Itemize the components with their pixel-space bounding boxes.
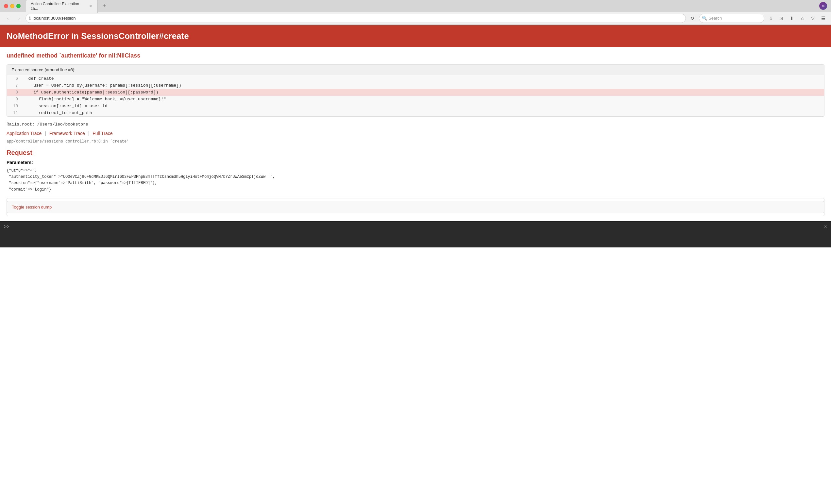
browser-tab[interactable]: Action Controller: Exception ca... ✕	[26, 0, 98, 13]
toggle-session-button[interactable]: Toggle session dump	[7, 201, 824, 213]
close-window-button[interactable]	[4, 4, 8, 8]
source-code: 6 def create7 user = User.find_by(userna…	[7, 75, 824, 116]
address-bar[interactable]: ℹ localhost:3000/session	[26, 14, 686, 23]
search-bar[interactable]: 🔍 Search	[699, 14, 764, 23]
terminal: >> ×	[0, 221, 831, 247]
download-icon[interactable]: ⬇	[787, 14, 796, 23]
code-line: 9 flash[:notice] = "Welcome back, #{user…	[7, 96, 824, 102]
line-number: 10	[7, 103, 23, 109]
line-code: def create	[23, 76, 54, 81]
framework-trace-link[interactable]: Framework Trace	[49, 131, 85, 136]
line-number: 6	[7, 76, 23, 81]
source-code-box: Extracted source (around line #8): 6 def…	[6, 64, 825, 117]
forward-button[interactable]: ›	[15, 14, 24, 23]
line-number: 8	[7, 90, 23, 95]
error-header: NoMethodError in SessionsController#crea…	[0, 25, 831, 47]
line-number: 11	[7, 111, 23, 115]
rails-root: Rails.root: /Users/leo/bookstore	[6, 122, 825, 127]
code-line: 7 user = User.find_by(username: params[:…	[7, 82, 824, 89]
line-number: 9	[7, 97, 23, 102]
new-tab-button[interactable]: +	[101, 3, 109, 9]
tab-close-button[interactable]: ✕	[88, 4, 93, 8]
reading-list-icon[interactable]: ⊡	[777, 14, 786, 23]
line-code: session[:user_id] = user.id	[23, 103, 107, 109]
params-content: {"utf8"=>"✓", "authenticity_token"=>"UO0…	[6, 168, 825, 193]
title-bar: Action Controller: Exception ca... ✕ + ∞	[0, 0, 831, 12]
browser-chrome: Action Controller: Exception ca... ✕ + ∞…	[0, 0, 831, 25]
params-label: Parameters:	[6, 160, 825, 165]
error-title: NoMethodError in SessionsController#crea…	[6, 31, 825, 41]
traffic-lights	[4, 4, 21, 8]
application-trace-link[interactable]: Application Trace	[6, 131, 41, 136]
search-placeholder: Search	[709, 16, 722, 21]
code-line: 6 def create	[7, 75, 824, 82]
error-body: undefined method `authenticate' for nil:…	[0, 47, 831, 221]
line-code: redirect_to root_path	[23, 111, 92, 115]
reload-button[interactable]: ↻	[688, 14, 697, 23]
source-header: Extracted source (around line #8):	[7, 65, 824, 75]
line-code: if user.authenticate(params[:session][:p…	[23, 90, 158, 95]
line-number: 7	[7, 83, 23, 88]
home-icon[interactable]: ⌂	[798, 14, 807, 23]
request-section-title: Request	[6, 149, 825, 156]
tab-label: Action Controller: Exception ca...	[31, 2, 86, 11]
line-code: flash[:notice] = "Welcome back, #{user.u…	[23, 97, 166, 102]
back-button[interactable]: ‹	[3, 14, 12, 23]
maximize-window-button[interactable]	[16, 4, 21, 8]
trace-path: app/controllers/sessions_controller.rb:8…	[6, 139, 825, 144]
browser-menu-icon[interactable]: ∞	[819, 2, 827, 10]
bookmark-star-icon[interactable]: ☆	[766, 14, 775, 23]
page-content: NoMethodError in SessionsController#crea…	[0, 25, 831, 221]
code-line: 11 redirect_to root_path	[7, 110, 824, 116]
terminal-prompt: >>	[4, 224, 9, 230]
address-text: localhost:3000/session	[33, 16, 682, 21]
shield-icon[interactable]: ▽	[808, 14, 817, 23]
menu-icon[interactable]: ☰	[819, 14, 828, 23]
trace-links: Application Trace | Framework Trace | Fu…	[6, 131, 825, 136]
nav-bar: ‹ › ℹ localhost:3000/session ↻ 🔍 Search …	[0, 12, 831, 25]
toggle-session-container: Toggle session dump	[6, 198, 825, 216]
error-message: undefined method `authenticate' for nil:…	[6, 52, 825, 59]
minimize-window-button[interactable]	[10, 4, 15, 8]
full-trace-link[interactable]: Full Trace	[92, 131, 112, 136]
code-line: 8 if user.authenticate(params[:session][…	[7, 89, 824, 96]
line-code: user = User.find_by(username: params[:se…	[23, 83, 181, 88]
terminal-close-button[interactable]: ×	[824, 224, 827, 230]
nav-icons: ☆ ⊡ ⬇ ⌂ ▽ ☰	[766, 14, 828, 23]
code-line: 10 session[:user_id] = user.id	[7, 102, 824, 110]
